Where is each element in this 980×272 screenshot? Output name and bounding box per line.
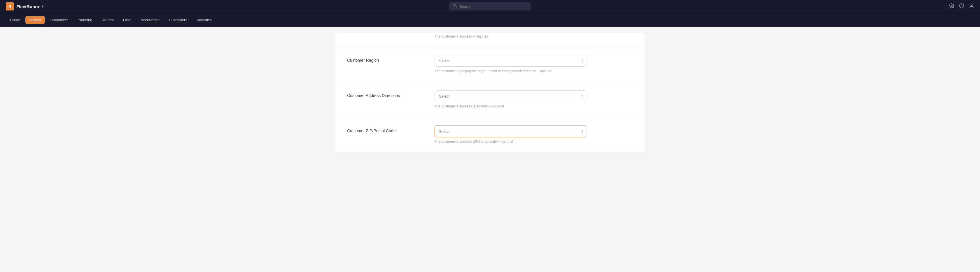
sidebar-item-fleet[interactable]: Fleet xyxy=(119,16,135,24)
customer-zip-select-wrapper: Select ▲ ▼ xyxy=(434,125,586,137)
sidebar-item-accounting[interactable]: Accounting xyxy=(137,16,164,24)
customer-address-directions-label: Customer Address Directions xyxy=(347,90,423,98)
search-bar xyxy=(449,2,531,11)
form-section: The customer's address – required Custom… xyxy=(336,33,644,152)
customer-address-directions-hint: The customer's address directions – opti… xyxy=(434,104,633,109)
customer-zip-label: Customer ZIP/Postal Code xyxy=(347,125,423,133)
sidebar-item-planning[interactable]: Planning xyxy=(73,16,97,24)
customer-address-directions-row: Customer Address Directions Select ▲ ▼ T… xyxy=(336,82,644,117)
help-icon[interactable] xyxy=(959,3,964,10)
search-input[interactable] xyxy=(460,4,527,9)
customer-region-select[interactable]: Select xyxy=(434,55,586,67)
address-row-partial: The customer's address – required xyxy=(336,33,644,47)
brand[interactable]: R FleetRunnr ▾ xyxy=(6,2,43,11)
sidebar-item-shipments[interactable]: Shipments xyxy=(46,16,72,24)
customer-region-row: Customer Region Select ▲ ▼ The customer'… xyxy=(336,47,644,82)
address-hint: The customer's address – required xyxy=(434,34,633,38)
customer-zip-field: Select ▲ ▼ The customer's address ZIP/Po… xyxy=(434,125,633,144)
nav-icons xyxy=(949,3,974,10)
customer-address-directions-select[interactable]: Select xyxy=(434,90,586,102)
brand-name: FleetRunnr xyxy=(16,4,40,9)
customer-region-label: Customer Region xyxy=(347,55,423,63)
address-field-partial: The customer's address – required xyxy=(434,33,633,38)
brand-chevron-icon: ▾ xyxy=(42,4,43,8)
brand-logo: R xyxy=(6,2,14,11)
sidebar-item-home[interactable]: Home xyxy=(6,16,24,24)
settings-icon[interactable] xyxy=(949,3,955,10)
svg-point-3 xyxy=(959,3,964,8)
svg-point-5 xyxy=(970,4,972,6)
svg-line-1 xyxy=(456,7,457,8)
customer-zip-hint: The customer's address ZIP/Portal code –… xyxy=(434,139,633,144)
sidebar-item-analytics[interactable]: Analytics xyxy=(192,16,216,24)
search-icon xyxy=(453,4,457,9)
svg-point-2 xyxy=(951,5,953,6)
sidebar-item-orders[interactable]: Orders xyxy=(25,16,45,24)
customer-zip-row: Customer ZIP/Postal Code Select ▲ ▼ The … xyxy=(336,117,644,152)
customer-region-select-wrapper: Select ▲ ▼ xyxy=(434,55,586,67)
customer-address-directions-field: Select ▲ ▼ The customer's address direct… xyxy=(434,90,633,109)
user-icon[interactable] xyxy=(969,3,974,10)
secondary-nav: Home Orders Shipments Planning Routes Fl… xyxy=(0,13,980,27)
customer-region-field: Select ▲ ▼ The customer's geographic reg… xyxy=(434,55,633,74)
customer-zip-select[interactable]: Select xyxy=(434,125,586,137)
sidebar-item-customers[interactable]: Customers xyxy=(165,16,191,24)
navbar: R FleetRunnr ▾ xyxy=(0,0,980,13)
sidebar-item-routes[interactable]: Routes xyxy=(97,16,118,24)
customer-region-hint: The customer's geographic region, used t… xyxy=(434,68,633,74)
main-content: The customer's address – required Custom… xyxy=(329,33,651,152)
customer-address-directions-select-wrapper: Select ▲ ▼ xyxy=(434,90,586,102)
